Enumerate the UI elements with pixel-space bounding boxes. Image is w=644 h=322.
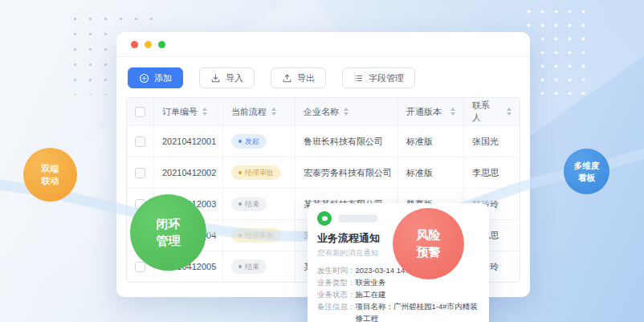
- table-header-row: 订单编号 当前流程 企业名称 开通版本 联系人: [127, 98, 520, 125]
- flow-status-badge: 结束: [231, 197, 267, 211]
- badge-text: 管理: [157, 233, 181, 249]
- add-button-label: 添加: [154, 72, 172, 84]
- sort-icon[interactable]: [450, 108, 455, 116]
- badge-text: 闭环: [157, 216, 181, 232]
- header-label: 订单编号: [162, 106, 198, 118]
- export-button[interactable]: 导出: [271, 67, 326, 88]
- add-button[interactable]: 添加: [128, 67, 183, 88]
- field-value: 施工在建: [356, 288, 386, 300]
- dot-grid-decoration: [522, 5, 596, 95]
- sort-icon[interactable]: [507, 108, 512, 116]
- status-dot-icon: [238, 140, 242, 143]
- company-cell: 鲁班长科技有限公司: [296, 126, 398, 157]
- toolbar: 添加 导入 导出 字段管理: [116, 57, 530, 96]
- order-no-cell: 20210412001: [154, 126, 223, 157]
- table-row: 20210412001 发起 鲁班长科技有限公司 标准版 张国光: [127, 125, 520, 157]
- version-cell: 标准版: [398, 157, 464, 188]
- badge-text: 联动: [42, 175, 59, 187]
- select-all-checkbox[interactable]: [135, 107, 145, 117]
- field-manage-icon: [353, 73, 364, 84]
- sender-placeholder: [338, 214, 378, 222]
- feature-badge-dual-link: 双端 联动: [23, 148, 77, 202]
- flow-status-badge: 经理审批: [231, 228, 281, 243]
- feature-badge-multi-dashboard: 多维度 看板: [564, 149, 609, 194]
- window-minimize-icon: [145, 41, 152, 48]
- contact-cell: 张国光: [464, 126, 520, 157]
- field-manage-button-label: 字段管理: [369, 72, 404, 84]
- flow-label: 经理审批: [245, 168, 274, 178]
- badge-text: 看板: [578, 172, 595, 183]
- badge-text: 双端: [42, 163, 59, 175]
- flow-status-badge: 经理审批: [231, 165, 281, 180]
- notification-remark: 备注信息： 项目名称：广州碧桂园1-4#市内精装修工程 合同名称：广州碧桂园1-…: [317, 300, 479, 322]
- chat-bubble-icon: [317, 211, 332, 226]
- notification-field: 业务状态： 施工在建: [317, 288, 479, 300]
- header-label: 企业名称: [304, 106, 339, 118]
- flow-label: 结束: [245, 262, 259, 272]
- status-dot-icon: [238, 265, 242, 268]
- field-label: 业务状态：: [317, 288, 356, 300]
- field-label: 发生时间：: [317, 264, 356, 276]
- badge-text: 多维度: [574, 160, 600, 171]
- version-cell: 标准版: [398, 126, 464, 157]
- field-label: 备注信息：: [317, 300, 356, 322]
- status-dot-icon: [238, 202, 242, 206]
- field-value: 联营业务: [356, 276, 386, 288]
- window-maximize-icon: [158, 41, 165, 48]
- header-label: 开通版本: [406, 106, 442, 118]
- notification-field: 业务类型： 联营业务: [317, 276, 479, 288]
- row-checkbox[interactable]: [135, 137, 145, 147]
- remark-lines: 项目名称：广州碧桂园1-4#市内精装修工程 合同名称：广州碧桂园1-4#市内精装…: [356, 300, 480, 322]
- row-checkbox[interactable]: [135, 262, 145, 272]
- flow-status-badge: 结束: [231, 259, 267, 274]
- flow-label: 发起: [245, 137, 259, 147]
- plus-circle-icon: [139, 73, 149, 84]
- row-checkbox[interactable]: [135, 168, 145, 178]
- header-company[interactable]: 企业名称: [296, 98, 398, 125]
- import-button[interactable]: 导入: [199, 67, 255, 88]
- flow-status-badge: 发起: [231, 134, 267, 149]
- flow-label: 结束: [245, 199, 259, 210]
- import-icon: [210, 73, 221, 84]
- page-canvas: 添加 导入 导出 字段管理: [0, 0, 644, 322]
- header-label: 当前流程: [231, 106, 267, 118]
- status-dot-icon: [238, 171, 242, 174]
- window-close-icon: [131, 41, 138, 48]
- sort-icon[interactable]: [202, 108, 207, 116]
- header-contact[interactable]: 联系人: [464, 98, 520, 125]
- feature-badge-risk-alert: 风险 预警: [393, 208, 464, 279]
- window-titlebar: [116, 32, 530, 57]
- field-label: 业务类型：: [317, 276, 356, 288]
- table-row: 20210412002 经理审批 宏泰劳务科技有限公司 标准版 李思思: [127, 157, 520, 188]
- status-dot-icon: [238, 234, 242, 237]
- sort-icon[interactable]: [344, 108, 348, 116]
- contact-cell: 李思思: [464, 157, 520, 188]
- badge-text: 风险: [417, 227, 441, 243]
- header-version[interactable]: 开通版本: [398, 98, 464, 125]
- company-cell: 宏泰劳务科技有限公司: [296, 157, 398, 188]
- feature-badge-closed-loop: 闭环 管理: [130, 194, 206, 271]
- remark-line: 项目名称：广州碧桂园1-4#市内精装修工程: [356, 300, 480, 322]
- header-label: 联系人: [472, 100, 492, 124]
- header-order-no[interactable]: 订单编号: [154, 98, 223, 125]
- import-button-label: 导入: [226, 72, 243, 84]
- sort-icon[interactable]: [271, 108, 276, 116]
- header-current-flow[interactable]: 当前流程: [223, 98, 296, 125]
- field-manage-button[interactable]: 字段管理: [342, 67, 415, 88]
- order-no-cell: 20210412002: [154, 157, 223, 188]
- export-icon: [282, 73, 292, 84]
- flow-label: 经理审批: [245, 230, 274, 241]
- badge-text: 预警: [417, 244, 441, 260]
- export-button-label: 导出: [297, 72, 315, 84]
